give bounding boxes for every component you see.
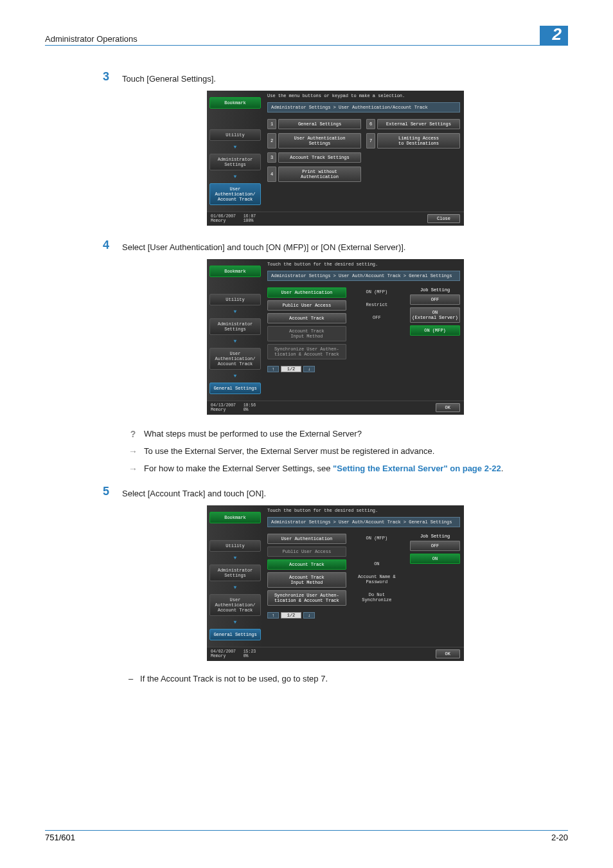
user-auth-account-track-button[interactable]: User Authentication/ Account Track — [209, 348, 261, 370]
ok-button[interactable]: OK — [436, 649, 460, 658]
screen2-footer-info: 04/13/2007 10:56 Memory 0% — [211, 403, 256, 413]
input-method-row: Account Track Input Method — [267, 326, 346, 341]
substep-5-note: – If the Account Track is not to be used… — [129, 674, 568, 683]
screen1-instruction: Use the menu buttons or keypad to make a… — [267, 93, 460, 98]
bookmark-button[interactable]: Bookmark — [209, 97, 261, 109]
menu-item-4[interactable]: 4Print without Authentication — [267, 167, 361, 182]
step-text: Select [User Authentication] and touch [… — [122, 239, 405, 254]
page-header: Administrator Operations 2 — [45, 26, 568, 46]
footer-model: 751/601 — [45, 833, 75, 842]
arrow-down-icon: ▼ — [209, 309, 261, 314]
page-down-icon[interactable]: ↓ — [303, 612, 315, 619]
job-on-button[interactable]: ON — [410, 554, 460, 564]
user-auth-account-track-button[interactable]: User Authentication/ Account Track — [209, 183, 261, 205]
admin-settings-button[interactable]: Administrator Settings — [209, 318, 261, 335]
page-down-icon[interactable]: ↓ — [303, 366, 315, 372]
screen1-breadcrumb: Administrator Settings > User Authentica… — [267, 102, 460, 113]
page-indicator: 1/2 — [281, 612, 301, 619]
arrow-down-icon: ▼ — [209, 620, 261, 625]
sync-row: Synchronize User Authen- tication & Acco… — [267, 344, 346, 359]
job-on-mfp-button[interactable]: ON (MFP) — [410, 325, 460, 336]
answer-row-1: → To use the External Server, the Extern… — [129, 445, 568, 458]
public-user-row: Public User Access — [267, 547, 346, 557]
arrow-right-icon: → — [129, 445, 138, 458]
admin-settings-button[interactable]: Administrator Settings — [209, 154, 261, 170]
user-auth-value: ON (MFP) — [349, 287, 405, 298]
chapter-number: 2 — [540, 26, 568, 45]
external-server-link[interactable]: "Setting the External Server" on page 2-… — [333, 464, 501, 473]
utility-button[interactable]: Utility — [209, 294, 261, 305]
step-text: Touch [General Settings]. — [122, 70, 216, 86]
screen3-footer-info: 04/02/2007 15:23 Memory 0% — [211, 649, 256, 660]
menu-item-3[interactable]: 3Account Track Settings — [267, 152, 361, 163]
step-5: 5 Select [Account Track] and touch [ON]. — [103, 485, 568, 500]
question-icon: ? — [129, 428, 138, 441]
arrow-down-icon: ▼ — [209, 145, 261, 150]
menu-item-2[interactable]: 2User Authentication Settings — [267, 133, 361, 149]
general-settings-button[interactable]: General Settings — [209, 629, 261, 640]
account-track-row[interactable]: Account Track — [267, 313, 346, 323]
job-off-button[interactable]: OFF — [410, 294, 460, 305]
job-off-button[interactable]: OFF — [410, 541, 460, 551]
screen3-sidebar: Bookmark Utility ▼ Administrator Setting… — [207, 505, 263, 647]
step-text: Select [Account Track] and touch [ON]. — [122, 485, 266, 500]
step-number: 5 — [103, 485, 122, 500]
user-auth-account-track-button[interactable]: User Authentication/ Account Track — [209, 594, 261, 616]
screen2-sidebar: Bookmark Utility ▼ Administrator Setting… — [207, 259, 263, 401]
public-user-row[interactable]: Public User Access — [267, 300, 346, 311]
public-user-value: Restrict — [349, 300, 405, 311]
job-setting-header: Job Setting — [410, 534, 460, 539]
menu-item-6[interactable]: 6External Server Settings — [366, 119, 460, 129]
question-row: ? What steps must be performed to use th… — [129, 428, 568, 441]
arrow-down-icon: ▼ — [209, 374, 261, 379]
header-title: Administrator Operations — [45, 34, 138, 45]
screen2-breadcrumb: Administrator Settings > User Auth/Accou… — [267, 271, 460, 281]
menu-item-1[interactable]: 1General Settings — [267, 119, 361, 129]
user-auth-value: ON (MFP) — [349, 534, 405, 544]
input-method-value: Account Name & Password — [349, 572, 405, 588]
bookmark-button[interactable]: Bookmark — [209, 266, 261, 277]
screenshot-2: Bookmark Utility ▼ Administrator Setting… — [207, 259, 464, 415]
page-up-icon[interactable]: ↑ — [267, 366, 279, 372]
screen1-sidebar: Bookmark Utility ▼ Administrator Setting… — [207, 91, 263, 212]
step-number: 4 — [103, 239, 122, 254]
utility-button[interactable]: Utility — [209, 540, 261, 552]
step-number: 3 — [103, 70, 122, 86]
pager: ↑ 1/2 ↓ — [267, 366, 405, 372]
utility-button[interactable]: Utility — [209, 129, 261, 141]
admin-settings-button[interactable]: Administrator Settings — [209, 565, 261, 581]
arrow-down-icon: ▼ — [209, 174, 261, 179]
screen2-instruction: Touch the button for the desired setting… — [267, 262, 460, 267]
screen3-instruction: Touch the button for the desired setting… — [267, 508, 460, 513]
job-setting-header: Job Setting — [410, 287, 460, 293]
user-auth-row[interactable]: User Authentication — [267, 534, 346, 544]
screenshot-1: Bookmark Utility ▼ Administrator Setting… — [207, 91, 464, 226]
user-auth-row[interactable]: User Authentication — [267, 287, 346, 298]
menu-item-7[interactable]: 7Limiting Access to Destinations — [366, 133, 460, 149]
general-settings-button[interactable]: General Settings — [209, 383, 261, 394]
page-up-icon[interactable]: ↑ — [267, 612, 279, 619]
job-on-external-button[interactable]: ON (External Server) — [410, 307, 460, 323]
page-footer: 751/601 2-20 — [45, 830, 568, 842]
answer-row-2: → For how to make the External Server Se… — [129, 462, 568, 476]
ok-button[interactable]: OK — [436, 403, 460, 412]
screenshot-3: Bookmark Utility ▼ Administrator Setting… — [207, 505, 464, 662]
arrow-right-icon: → — [129, 462, 138, 476]
close-button[interactable]: Close — [427, 214, 460, 223]
sync-row[interactable]: Synchronize User Authen- tication & Acco… — [267, 590, 346, 606]
screen1-footer-info: 01/06/2007 16:07 Memory 100% — [211, 214, 256, 224]
input-method-row[interactable]: Account Track Input Method — [267, 572, 346, 588]
pager: ↑ 1/2 ↓ — [267, 612, 405, 619]
page-indicator: 1/2 — [281, 366, 301, 372]
sync-value: Do Not Synchronize — [349, 590, 405, 606]
step-4: 4 Select [User Authentication] and touch… — [103, 239, 568, 254]
arrow-down-icon: ▼ — [209, 339, 261, 344]
bookmark-button[interactable]: Bookmark — [209, 512, 261, 523]
footer-page-number: 2-20 — [551, 833, 568, 842]
account-track-row[interactable]: Account Track — [267, 559, 346, 570]
step-3: 3 Touch [General Settings]. — [103, 70, 568, 86]
account-track-value: ON — [349, 559, 405, 570]
account-track-value: OFF — [349, 313, 405, 323]
arrow-down-icon: ▼ — [209, 556, 261, 561]
arrow-down-icon: ▼ — [209, 585, 261, 590]
